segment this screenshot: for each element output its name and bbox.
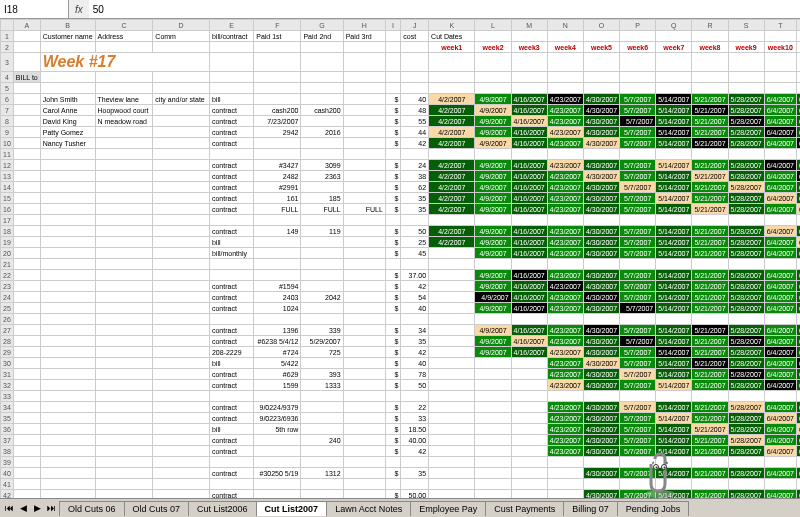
cost[interactable]: 50 [401, 226, 429, 237]
col-header[interactable]: M [511, 20, 547, 31]
address[interactable] [95, 303, 153, 314]
gantt-cell[interactable]: 5/7/2007 [620, 226, 656, 237]
gantt-cell[interactable]: 6/11/2007 [796, 347, 800, 358]
row-header[interactable]: 40 [1, 468, 14, 479]
col-header[interactable]: S [728, 20, 764, 31]
paid2[interactable] [301, 182, 343, 193]
paid3[interactable] [343, 347, 385, 358]
gantt-cell[interactable]: 5/7/2007 [620, 281, 656, 292]
type[interactable]: 208-2229 [209, 347, 253, 358]
gantt-cell[interactable]: 6/11/2007 [796, 248, 800, 259]
row-header[interactable]: 8 [1, 116, 14, 127]
address[interactable] [95, 468, 153, 479]
gantt-cell[interactable]: 4/9/2007 [475, 116, 511, 127]
gantt-cell[interactable]: 4/23/2007 [547, 204, 583, 215]
gantt-cell[interactable]: 5/7/2007 [620, 336, 656, 347]
gantt-cell[interactable]: 4/30/2007 [583, 424, 619, 435]
gantt-cell[interactable]: 6/11/2007 [796, 138, 800, 149]
paid3[interactable] [343, 303, 385, 314]
gantt-cell[interactable] [511, 402, 547, 413]
gantt-cell[interactable]: 4/30/2007 [583, 292, 619, 303]
paid3[interactable] [343, 413, 385, 424]
gantt-cell[interactable]: 4/30/2007 [583, 347, 619, 358]
paid2[interactable] [301, 281, 343, 292]
comm[interactable] [153, 292, 210, 303]
type[interactable]: bill [209, 94, 253, 105]
gantt-cell[interactable]: 5/21/2007 [692, 325, 728, 336]
gantt-cell[interactable]: 5/7/2007 [620, 193, 656, 204]
gantt-cell[interactable]: 4/30/2007 [583, 468, 619, 479]
customer-name[interactable] [40, 424, 95, 435]
col-header[interactable]: F [254, 20, 301, 31]
paid2[interactable]: 339 [301, 325, 343, 336]
gantt-cell[interactable]: 4/30/2007 [583, 138, 619, 149]
gantt-cell[interactable]: 4/9/2007 [475, 226, 511, 237]
row-header[interactable]: 5 [1, 83, 14, 94]
cost[interactable]: 35 [401, 336, 429, 347]
gantt-cell[interactable]: 5/21/2007 [692, 446, 728, 457]
gantt-cell[interactable]: 4/30/2007 [583, 94, 619, 105]
gantt-cell[interactable]: 5/14/2007 [656, 380, 692, 391]
col-header[interactable]: J [401, 20, 429, 31]
gantt-cell[interactable] [429, 402, 475, 413]
gantt-cell[interactable]: 5/28/2007 [728, 226, 764, 237]
gantt-cell[interactable] [429, 435, 475, 446]
row-header[interactable]: 30 [1, 358, 14, 369]
paid3[interactable] [343, 358, 385, 369]
gantt-cell[interactable]: 5/28/2007 [728, 446, 764, 457]
type[interactable]: contract [209, 127, 253, 138]
gantt-cell[interactable]: 5/7/2007 [620, 402, 656, 413]
gantt-cell[interactable]: 4/30/2007 [583, 369, 619, 380]
gantt-cell[interactable]: 4/9/2007 [475, 336, 511, 347]
col-header[interactable]: D [153, 20, 210, 31]
customer-name[interactable]: Nancy Tusher [40, 138, 95, 149]
paid2[interactable]: 240 [301, 435, 343, 446]
paid1[interactable]: 9/0223/6936 [254, 413, 301, 424]
gantt-cell[interactable]: 5/21/2007 [692, 138, 728, 149]
row-header[interactable]: 37 [1, 435, 14, 446]
address[interactable] [95, 347, 153, 358]
gantt-cell[interactable]: 5/21/2007 [692, 281, 728, 292]
gantt-cell[interactable]: 4/30/2007 [583, 171, 619, 182]
gantt-cell[interactable]: 6/4/2007 [764, 105, 796, 116]
paid1[interactable]: 1599 [254, 380, 301, 391]
gantt-cell[interactable]: 6/11/2007 [796, 127, 800, 138]
gantt-cell[interactable]: 5/14/2007 [656, 248, 692, 259]
gantt-cell[interactable] [475, 413, 511, 424]
gantt-cell[interactable] [429, 369, 475, 380]
gantt-cell[interactable]: 4/30/2007 [583, 358, 619, 369]
cost[interactable]: 48 [401, 105, 429, 116]
spreadsheet-grid[interactable]: ABCDEFGHIJKLMNOPQRSTUV1Customer nameAddr… [0, 19, 800, 499]
type[interactable]: contract [209, 369, 253, 380]
gantt-cell[interactable]: 4/2/2007 [429, 138, 475, 149]
gantt-cell[interactable] [429, 325, 475, 336]
cost[interactable]: 78 [401, 369, 429, 380]
gantt-cell[interactable]: 4/9/2007 [475, 193, 511, 204]
paid2[interactable] [301, 270, 343, 281]
gantt-cell[interactable]: 5/28/2007 [728, 248, 764, 259]
cost[interactable]: 42 [401, 446, 429, 457]
paid2[interactable]: 2042 [301, 292, 343, 303]
gantt-cell[interactable]: 4/9/2007 [475, 281, 511, 292]
gantt-cell[interactable]: 5/14/2007 [656, 94, 692, 105]
customer-name[interactable] [40, 204, 95, 215]
gantt-cell[interactable]: 4/16/2007 [511, 237, 547, 248]
cost[interactable]: 40 [401, 358, 429, 369]
paid1[interactable]: 1024 [254, 303, 301, 314]
gantt-cell[interactable]: 4/9/2007 [475, 325, 511, 336]
gantt-cell[interactable]: 5/7/2007 [620, 138, 656, 149]
paid2[interactable] [301, 237, 343, 248]
gantt-cell[interactable]: 5/21/2007 [692, 182, 728, 193]
col-header[interactable]: A [13, 20, 40, 31]
row-header[interactable]: 1 [1, 31, 14, 42]
customer-name[interactable] [40, 281, 95, 292]
type[interactable]: bill [209, 358, 253, 369]
paid3[interactable] [343, 325, 385, 336]
gantt-cell[interactable]: 4/16/2007 [511, 127, 547, 138]
customer-name[interactable] [40, 358, 95, 369]
cost[interactable]: 42 [401, 138, 429, 149]
address[interactable] [95, 380, 153, 391]
cost[interactable]: 25 [401, 237, 429, 248]
paid2[interactable]: 3099 [301, 160, 343, 171]
type[interactable]: contract [209, 292, 253, 303]
